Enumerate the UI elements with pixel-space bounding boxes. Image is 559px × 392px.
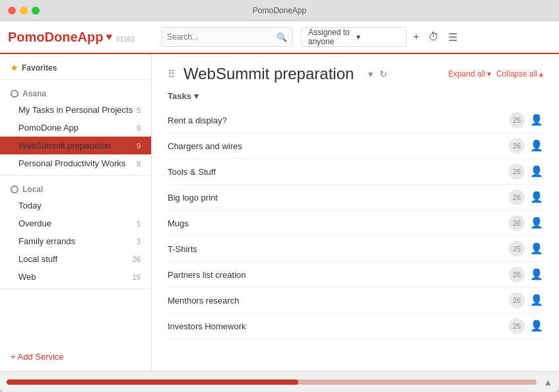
sidebar: ★ Favorites Asana My Tasks in Personal P… (0, 54, 152, 371)
task-badge: 26 (509, 292, 525, 308)
task-row[interactable]: Mugs 26 👤 (168, 211, 543, 236)
bottom-bar: ▲ (0, 371, 559, 392)
task-list: Rent a display? 25 👤 Chargers and wires … (152, 108, 559, 371)
header-actions: + ⏱ ☰ (413, 31, 457, 44)
maximize-button[interactable] (32, 7, 40, 15)
star-icon: ★ (11, 63, 18, 73)
project-icon: ⠿ (168, 68, 176, 81)
task-badge: 26 (509, 138, 525, 154)
sidebar-item-label: Personal Productivity Works (18, 158, 137, 168)
task-row[interactable]: Tools & Stuff 26 👤 (168, 159, 543, 185)
local-group-label: Local (0, 178, 151, 197)
task-name: T-Shirts (168, 244, 509, 254)
task-row[interactable]: Menthors research 26 👤 (168, 288, 543, 313)
chevron-down-icon[interactable]: ▾ (368, 69, 373, 79)
task-row[interactable]: Rent a display? 25 👤 (168, 108, 543, 133)
sidebar-item-today[interactable]: Today (0, 197, 151, 214)
search-input[interactable] (167, 32, 277, 42)
task-avatar-icon: 👤 (530, 242, 543, 255)
assign-dropdown[interactable]: Assigned to anyone ▾ (301, 27, 407, 47)
favorites-label: ★ Favorites (0, 54, 151, 77)
app-id: #1163 (116, 36, 135, 43)
sidebar-item-local-stuff[interactable]: Local stuff 26 (0, 250, 151, 268)
task-name: Big logo print (168, 193, 509, 203)
divider-2 (0, 175, 151, 176)
window-controls (8, 7, 40, 15)
close-button[interactable] (8, 7, 16, 15)
refresh-icon[interactable]: ↻ (379, 69, 387, 79)
sidebar-item-my-tasks[interactable]: My Tasks in Personal Projects 5 (0, 101, 151, 119)
task-row[interactable]: Investors Homework 25 👤 (168, 313, 543, 339)
title-bar: PomoDoneApp (0, 0, 559, 21)
collapse-all-button[interactable]: Collapse all ▴ (496, 69, 543, 79)
app-window: PomoDoneApp PomoDoneApp ♥ #1163 🔍 Assign… (0, 0, 559, 392)
sidebar-item-badge: 8 (137, 160, 141, 168)
add-button[interactable]: + (413, 31, 419, 43)
sidebar-item-web[interactable]: Web 15 (0, 268, 151, 286)
page-title: WebSummit preparation (183, 65, 354, 83)
task-avatar-icon: 👤 (530, 319, 543, 333)
sidebar-item-badge: 9 (137, 142, 141, 150)
expand-all-button[interactable]: Expand all ▾ (448, 69, 491, 79)
sidebar-item-personal-productivity[interactable]: Personal Productivity Works 8 (0, 154, 151, 172)
task-name: Investors Homework (168, 321, 509, 331)
main-content: ★ Favorites Asana My Tasks in Personal P… (0, 54, 559, 371)
local-icon (11, 185, 18, 193)
divider-3 (0, 288, 151, 289)
task-row[interactable]: T-Shirts 25 👤 (168, 236, 543, 262)
content-header-actions: ▾ ↻ (368, 69, 387, 79)
local-label: Local (22, 185, 43, 194)
task-badge: 25 (509, 112, 525, 128)
sidebar-item-label: Web (18, 272, 133, 282)
progress-track (7, 379, 537, 385)
task-badge: 26 (509, 189, 525, 205)
task-name: Menthors research (168, 296, 509, 306)
task-badge: 25 (509, 318, 525, 334)
sidebar-item-badge: 9 (137, 124, 141, 132)
task-avatar-icon: 👤 (530, 294, 543, 307)
sidebar-item-label: Local stuff (18, 254, 133, 264)
task-name: Chargers and wires (168, 141, 509, 151)
task-avatar-icon: 👤 (530, 268, 543, 281)
tasks-label-button[interactable]: Tasks ▾ (168, 91, 199, 101)
search-box[interactable]: 🔍 (161, 27, 293, 47)
task-row[interactable]: Chargers and wires 26 👤 (168, 133, 543, 159)
task-badge: 26 (509, 164, 525, 180)
sidebar-item-label: Today (18, 201, 141, 211)
scroll-up-button[interactable]: ▲ (543, 377, 552, 387)
timer-icon[interactable]: ⏱ (428, 31, 439, 43)
sidebar-item-pomodone-app[interactable]: PomoDone App 9 (0, 119, 151, 137)
menu-icon[interactable]: ☰ (448, 31, 457, 44)
expand-collapse-buttons: Expand all ▾ Collapse all ▴ (448, 69, 543, 79)
sidebar-item-label: PomoDone App (18, 123, 137, 133)
chevron-down-icon: ▾ (356, 32, 399, 42)
heart-icon: ♥ (106, 31, 112, 43)
sidebar-item-family-errands[interactable]: Family errands 3 (0, 232, 151, 250)
sidebar-item-label: Family errands (18, 236, 137, 246)
task-avatar-icon: 👤 (530, 165, 543, 178)
content-area: ⠿ WebSummit preparation ▾ ↻ Expand all ▾… (152, 54, 559, 371)
app-header: PomoDoneApp ♥ #1163 🔍 Assigned to anyone… (0, 21, 559, 54)
task-name: Rent a display? (168, 115, 509, 125)
sidebar-item-label: My Tasks in Personal Projects (18, 105, 137, 115)
sidebar-item-websummit[interactable]: WebSummit preparation 9 (0, 137, 151, 154)
sidebar-item-badge: 5 (137, 106, 141, 114)
favorites-text: Favorites (22, 63, 57, 73)
sidebar-item-badge: 26 (133, 255, 141, 263)
task-row[interactable]: Big logo print 26 👤 (168, 185, 543, 211)
sidebar-item-overdue[interactable]: Overdue 1 (0, 214, 151, 232)
assign-dropdown-label: Assigned to anyone (308, 28, 351, 46)
task-badge: 25 (509, 241, 525, 257)
task-avatar-icon: 👤 (530, 114, 543, 127)
minimize-button[interactable] (20, 7, 28, 15)
logo-area: PomoDoneApp ♥ #1163 (8, 30, 153, 45)
sidebar-item-badge: 15 (133, 273, 141, 281)
chevron-down-icon: ▾ (487, 69, 491, 79)
collapse-all-label: Collapse all (496, 69, 537, 79)
expand-all-label: Expand all (448, 69, 485, 79)
task-badge: 26 (509, 215, 525, 231)
task-name: Tools & Stuff (168, 167, 509, 177)
task-row[interactable]: Partners list creation 26 👤 (168, 262, 543, 288)
asana-icon (11, 90, 18, 98)
add-service-button[interactable]: + Add Service (0, 343, 151, 371)
